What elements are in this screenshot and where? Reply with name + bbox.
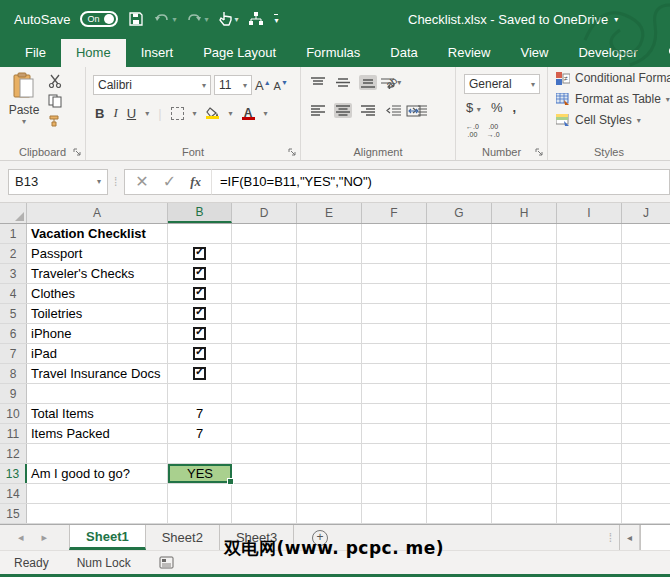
accounting-format-button[interactable]: $ ▾ (466, 100, 481, 115)
paste-dropdown-icon[interactable]: ▾ (6, 117, 42, 126)
name-box[interactable]: B13 ▾ (8, 169, 108, 195)
cell-a15[interactable] (27, 504, 168, 523)
tab-scroll-divider[interactable]: ⁞ (609, 531, 613, 545)
column-header-g[interactable]: G (427, 203, 492, 223)
empty-cells-row-8[interactable] (232, 364, 670, 383)
macro-record-icon[interactable] (159, 556, 174, 569)
merge-center-button[interactable] (404, 103, 423, 119)
tab-insert[interactable]: Insert (126, 39, 189, 67)
increase-font-size-button[interactable]: A▲ (255, 78, 271, 93)
percent-style-button[interactable]: % (491, 100, 503, 115)
cell-b4[interactable] (168, 284, 232, 303)
borders-dropdown-icon[interactable]: ▾ (193, 109, 197, 118)
middle-align-button[interactable] (334, 75, 352, 90)
number-dialog-launcher-icon[interactable] (535, 148, 544, 157)
checkbox-checked-icon[interactable] (193, 327, 206, 340)
row-header-2[interactable]: 2 (0, 244, 27, 263)
font-name-select[interactable]: Calibri ▾ (93, 75, 211, 95)
tab-review[interactable]: Review (433, 39, 506, 67)
formula-input[interactable]: =IF(B10=B11,"YES","NO") (211, 169, 670, 195)
diagram-button[interactable] (248, 11, 264, 27)
cell-a3[interactable]: Traveler's Checks (27, 264, 168, 283)
tab-formulas[interactable]: Formulas (291, 39, 375, 67)
tab-file[interactable]: File (10, 39, 61, 67)
cell-a4[interactable]: Clothes (27, 284, 168, 303)
row-header-5[interactable]: 5 (0, 304, 27, 323)
scrollbar-thumb[interactable] (640, 525, 670, 550)
customize-qat-button[interactable]: ▾ (274, 14, 278, 25)
number-format-select[interactable]: General ▾ (464, 74, 540, 94)
align-right-button[interactable] (359, 103, 377, 118)
cell-b13-selected[interactable]: YES (168, 464, 232, 483)
cell-b1[interactable] (168, 224, 232, 243)
row-header-14[interactable]: 14 (0, 484, 27, 503)
row-header-15[interactable]: 15 (0, 504, 27, 523)
fill-color-button[interactable] (206, 107, 220, 119)
save-button[interactable] (128, 11, 144, 27)
row-header-1[interactable]: 1 (0, 224, 27, 243)
paste-button[interactable]: Paste ▾ (6, 72, 42, 126)
font-dialog-launcher-icon[interactable] (288, 148, 297, 157)
format-as-table-button[interactable]: Format as Table ▾ (548, 88, 670, 109)
checkbox-checked-icon[interactable] (193, 287, 206, 300)
empty-cells-row-11[interactable] (232, 424, 670, 443)
row-header-8[interactable]: 8 (0, 364, 27, 383)
cell-a2[interactable]: Passport (27, 244, 168, 263)
top-align-button[interactable] (309, 75, 327, 90)
tab-data[interactable]: Data (375, 39, 432, 67)
tab-home[interactable]: Home (61, 39, 126, 67)
column-header-e[interactable]: E (297, 203, 362, 223)
decrease-font-size-button[interactable]: A▼ (274, 79, 288, 92)
empty-cells-row-13[interactable] (232, 464, 670, 483)
cell-b11[interactable]: 7 (168, 424, 232, 443)
cell-b6[interactable] (168, 324, 232, 343)
align-left-button[interactable] (309, 103, 327, 118)
scroll-left-icon[interactable]: ◂ (620, 525, 640, 550)
font-color-button[interactable]: A (242, 107, 255, 120)
row-header-11[interactable]: 11 (0, 424, 27, 443)
checkbox-checked-icon[interactable] (193, 347, 206, 360)
borders-button[interactable] (171, 107, 184, 120)
increase-decimal-button[interactable]: ←.0.00 (466, 123, 479, 140)
cell-b8[interactable] (168, 364, 232, 383)
cell-b9[interactable] (168, 384, 232, 403)
decrease-indent-button[interactable] (384, 103, 403, 118)
enter-button[interactable]: ✓ (163, 172, 176, 191)
empty-cells-row-2[interactable] (232, 244, 670, 263)
sheet-tab-sheet1[interactable]: Sheet1 (69, 525, 146, 550)
cell-b10[interactable]: 7 (168, 404, 232, 423)
font-size-select[interactable]: 11 ▾ (214, 75, 252, 95)
undo-dropdown-icon[interactable]: ▾ (172, 15, 176, 24)
sheet-nav-right-icon[interactable]: ▸ (42, 531, 48, 544)
row-header-10[interactable]: 10 (0, 404, 27, 423)
cell-b3[interactable] (168, 264, 232, 283)
cell-a6[interactable]: iPhone (27, 324, 168, 343)
format-painter-icon[interactable] (48, 114, 62, 128)
tab-view[interactable]: View (505, 39, 563, 67)
column-header-d[interactable]: D (232, 203, 297, 223)
empty-cells-row-1[interactable] (232, 224, 670, 243)
row-header-6[interactable]: 6 (0, 324, 27, 343)
center-button[interactable] (334, 103, 352, 118)
column-header-i[interactable]: I (557, 203, 622, 223)
empty-cells-row-3[interactable] (232, 264, 670, 283)
row-header-7[interactable]: 7 (0, 344, 27, 363)
sheet-tab-sheet2[interactable]: Sheet2 (146, 525, 220, 550)
empty-cells-row-7[interactable] (232, 344, 670, 363)
column-header-a[interactable]: A (27, 203, 168, 223)
column-header-b-selected[interactable]: B (168, 203, 232, 223)
empty-cells-row-12[interactable] (232, 444, 670, 463)
cell-b15[interactable] (168, 504, 232, 523)
bold-button[interactable]: B (95, 106, 104, 121)
insert-function-button[interactable]: fx (190, 174, 201, 190)
horizontal-scrollbar[interactable]: ◂ (619, 525, 670, 550)
empty-cells-row-15[interactable] (232, 504, 670, 523)
checkbox-checked-icon[interactable] (193, 307, 206, 320)
autosave-toggle[interactable]: On (80, 11, 118, 27)
tab-page-layout[interactable]: Page Layout (188, 39, 291, 67)
cell-b12[interactable] (168, 444, 232, 463)
column-header-j[interactable]: J (622, 203, 670, 223)
checkbox-checked-icon[interactable] (193, 267, 206, 280)
empty-cells-row-14[interactable] (232, 484, 670, 503)
bottom-align-button[interactable] (359, 75, 377, 90)
